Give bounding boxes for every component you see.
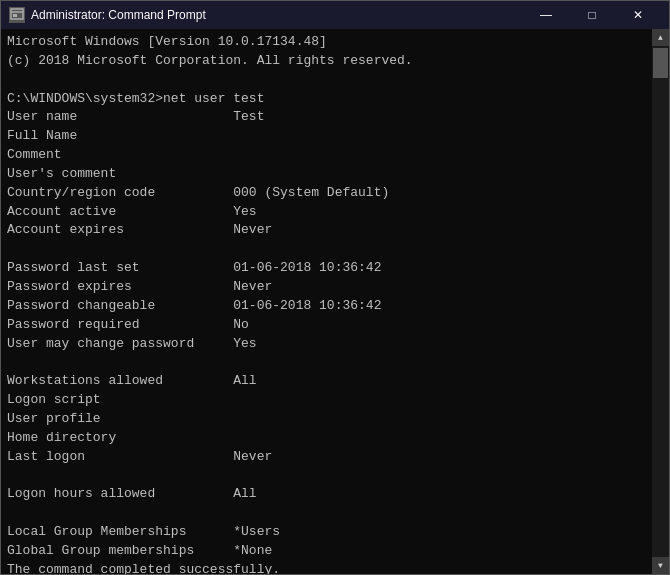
scroll-down-button[interactable]: ▼: [652, 557, 669, 574]
console-line: Account active Yes: [7, 203, 643, 222]
console-line: Logon hours allowed All: [7, 485, 643, 504]
scrollbar-track[interactable]: [652, 46, 669, 557]
console-line: Password last set 01-06-2018 10:36:42: [7, 259, 643, 278]
title-bar-controls: — □ ✕: [523, 1, 661, 29]
console-line: [7, 71, 643, 90]
console-line: The command completed successfully.: [7, 561, 643, 574]
console-line: Home directory: [7, 429, 643, 448]
console-line: Country/region code 000 (System Default): [7, 184, 643, 203]
scrollbar-thumb[interactable]: [653, 48, 668, 78]
console-line: User name Test: [7, 108, 643, 127]
console-line: User profile: [7, 410, 643, 429]
console-line: Password expires Never: [7, 278, 643, 297]
console-line: Last logon Never: [7, 448, 643, 467]
console-line: [7, 466, 643, 485]
console-line: Local Group Memberships *Users: [7, 523, 643, 542]
console-body[interactable]: Microsoft Windows [Version 10.0.17134.48…: [1, 29, 669, 574]
console-line: Workstations allowed All: [7, 372, 643, 391]
svg-rect-2: [13, 14, 17, 17]
console-line: Account expires Never: [7, 221, 643, 240]
console-line: Comment: [7, 146, 643, 165]
console-line: C:\WINDOWS\system32>net user test: [7, 90, 643, 109]
console-line: Logon script: [7, 391, 643, 410]
console-line: [7, 240, 643, 259]
close-button[interactable]: ✕: [615, 1, 661, 29]
console-line: Microsoft Windows [Version 10.0.17134.48…: [7, 33, 643, 52]
minimize-button[interactable]: —: [523, 1, 569, 29]
window-icon: [9, 7, 25, 23]
maximize-button[interactable]: □: [569, 1, 615, 29]
console-line: (c) 2018 Microsoft Corporation. All righ…: [7, 52, 643, 71]
console-line: User's comment: [7, 165, 643, 184]
window: Administrator: Command Prompt — □ ✕ Micr…: [0, 0, 670, 575]
console-line: Password required No: [7, 316, 643, 335]
title-bar: Administrator: Command Prompt — □ ✕: [1, 1, 669, 29]
console-line: User may change password Yes: [7, 335, 643, 354]
console-output: Microsoft Windows [Version 10.0.17134.48…: [7, 33, 663, 574]
console-line: [7, 353, 643, 372]
console-line: Global Group memberships *None: [7, 542, 643, 561]
console-line: Password changeable 01-06-2018 10:36:42: [7, 297, 643, 316]
scroll-up-button[interactable]: ▲: [652, 29, 669, 46]
console-line: Full Name: [7, 127, 643, 146]
scrollbar[interactable]: ▲ ▼: [652, 29, 669, 574]
title-bar-label: Administrator: Command Prompt: [31, 8, 523, 22]
console-line: [7, 504, 643, 523]
